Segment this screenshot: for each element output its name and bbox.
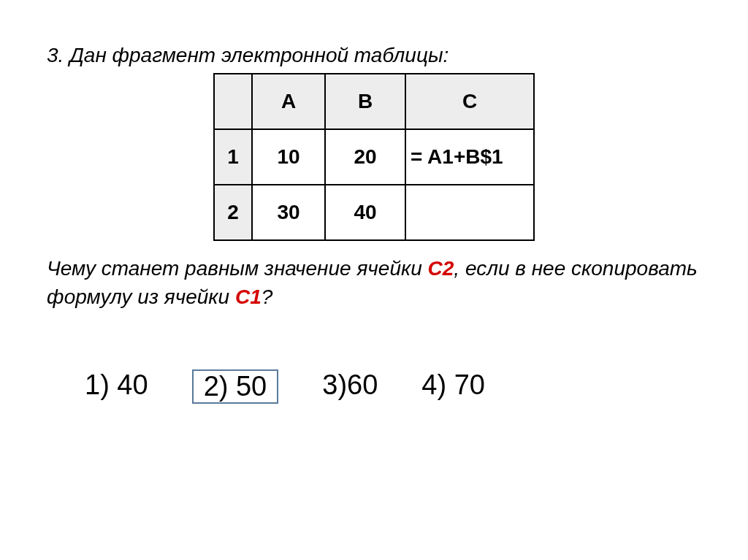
- cell-ref-c2: С2: [428, 257, 454, 280]
- cell-a2: 30: [252, 185, 325, 240]
- question-body: Чему станет равным значение ячейки С2, е…: [47, 254, 701, 311]
- cell-ref-c1: С1: [235, 285, 262, 308]
- after-text-1: Чему станет равным значение ячейки: [47, 257, 428, 280]
- row-header-2: 2: [214, 185, 252, 240]
- col-header-a: A: [252, 74, 325, 129]
- answer-option-2: 2) 50: [192, 369, 279, 404]
- header-row: A B C: [214, 74, 534, 129]
- corner-cell: [214, 74, 252, 129]
- table-row: 2 30 40: [214, 185, 534, 240]
- cell-b2: 40: [325, 185, 405, 240]
- cell-c2: [405, 185, 534, 240]
- table-container: A B C 1 10 20 = A1+B$1 2 30 40: [47, 73, 701, 241]
- col-header-b: B: [325, 74, 405, 129]
- question-prefix: 3. Дан фрагмент электронной таблицы:: [47, 44, 701, 67]
- table-row: 1 10 20 = A1+B$1: [214, 129, 534, 185]
- answer-option-3: 3)60: [322, 369, 378, 404]
- spreadsheet-table: A B C 1 10 20 = A1+B$1 2 30 40: [213, 73, 535, 241]
- row-header-1: 1: [214, 129, 252, 185]
- answer-list: 1) 40 2) 50 3)60 4) 70: [47, 369, 701, 404]
- cell-a1: 10: [252, 129, 325, 185]
- answer-option-4: 4) 70: [421, 369, 485, 404]
- cell-b1: 20: [325, 129, 405, 185]
- answer-option-1: 1) 40: [85, 369, 148, 404]
- col-header-c: C: [405, 74, 534, 129]
- after-text-3: ?: [262, 285, 273, 308]
- cell-c1: = A1+B$1: [405, 129, 534, 185]
